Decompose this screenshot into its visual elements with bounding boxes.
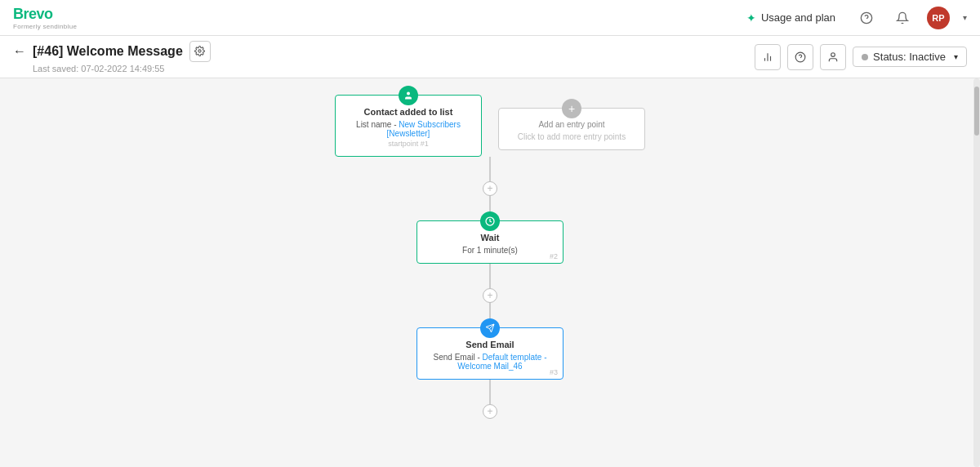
brand-section: Brevo Formerly sendinblue: [13, 6, 77, 30]
chevron-down-icon[interactable]: ▾: [963, 13, 967, 22]
add-entry-group: + Add an entry point Click to add more e…: [498, 95, 645, 150]
help-button[interactable]: [787, 44, 813, 70]
entry-node-icon: [399, 86, 418, 105]
status-chevron-icon: ▾: [954, 52, 958, 61]
connector-1: [489, 157, 491, 181]
status-dot: [862, 54, 868, 60]
bell-button[interactable]: [891, 7, 914, 29]
avatar[interactable]: RP: [927, 7, 950, 29]
add-step-button-2[interactable]: +: [483, 288, 497, 303]
sub-header-right: Status: Inactive ▾: [755, 44, 967, 70]
sub-header: ← [#46] Welcome Message Last saved: 07-0…: [0, 36, 980, 78]
add-entry-sub: Click to add more entry points: [509, 132, 635, 141]
send-email-icon: [480, 318, 500, 338]
email-icon: [485, 323, 495, 333]
back-button[interactable]: ←: [13, 44, 26, 59]
svg-point-8: [831, 52, 835, 56]
gear-icon: [194, 46, 205, 56]
scroll-thumb: [974, 87, 979, 136]
page-title: [#46] Welcome Message: [33, 44, 183, 59]
wait-node-detail: For 1 minute(s): [427, 246, 553, 255]
entry-nodes-row: Contact added to list List name - New Su…: [0, 95, 980, 157]
flow-container: Contact added to list List name - New Su…: [0, 78, 980, 467]
connector-3: [489, 264, 491, 288]
entry-node[interactable]: Contact added to list List name - New Su…: [335, 95, 482, 157]
question-icon: [795, 51, 806, 63]
entry-node-detail: List name - New Subscribers [Newsletter]: [345, 120, 471, 138]
wait-node-title: Wait: [427, 233, 553, 242]
entry-node-group: Contact added to list List name - New Su…: [335, 95, 482, 157]
nav-right: ✦ Usage and plan RP ▾: [740, 7, 967, 29]
send-email-title: Send Email: [427, 340, 553, 349]
clock-icon: [485, 216, 495, 226]
entry-node-title: Contact added to list: [345, 107, 471, 117]
help-circle-icon: [860, 11, 873, 24]
list-label: List name -: [356, 120, 399, 129]
svg-point-2: [198, 50, 201, 52]
canvas: Contact added to list List name - New Su…: [0, 78, 980, 467]
scrollbar[interactable]: [973, 78, 980, 467]
title-row: ← [#46] Welcome Message: [13, 41, 211, 62]
usage-icon: ✦: [746, 11, 756, 24]
connector-5: [489, 380, 491, 404]
svg-point-9: [407, 92, 410, 96]
usage-plan-label: Usage and plan: [761, 11, 835, 24]
add-step-button-1[interactable]: +: [483, 181, 497, 196]
brand-sub: Formerly sendinblue: [13, 23, 77, 30]
chart-icon: [762, 51, 773, 63]
brand-logo: Brevo Formerly sendinblue: [13, 6, 77, 30]
help-circle-button[interactable]: [855, 7, 878, 29]
status-label: Status: Inactive: [873, 51, 946, 63]
alert-button[interactable]: [820, 44, 846, 70]
plus-icon: +: [568, 103, 575, 114]
top-nav: Brevo Formerly sendinblue ✦ Usage and pl…: [0, 0, 980, 36]
send-email-node[interactable]: Send Email Send Email - Default template…: [416, 327, 564, 380]
usage-plan-button[interactable]: ✦ Usage and plan: [740, 8, 842, 28]
status-button[interactable]: Status: Inactive ▾: [853, 47, 967, 67]
send-email-label: Send Email -: [434, 353, 483, 362]
add-entry-node[interactable]: + Add an entry point Click to add more e…: [498, 108, 645, 150]
list-link[interactable]: New Subscribers [Newsletter]: [387, 120, 461, 138]
bell-icon: [896, 11, 909, 24]
last-saved: Last saved: 07-02-2022 14:49:55: [33, 64, 211, 73]
wait-node[interactable]: Wait For 1 minute(s) #2: [416, 220, 564, 264]
add-entry-icon: +: [562, 99, 581, 118]
wait-node-number: #2: [550, 252, 558, 260]
settings-button[interactable]: [189, 41, 211, 62]
sub-header-left: ← [#46] Welcome Message Last saved: 07-0…: [13, 41, 211, 73]
send-email-number: #3: [550, 368, 558, 376]
user-icon: [827, 51, 839, 63]
add-step-button-3[interactable]: +: [483, 404, 497, 419]
send-email-detail: Send Email - Default template - Welcome …: [427, 353, 553, 371]
add-entry-title: Add an entry point: [509, 120, 635, 129]
startpoint-label: startpoint #1: [345, 140, 471, 148]
brand-name: Brevo: [13, 6, 77, 23]
wait-node-icon: [480, 211, 500, 231]
person-icon: [403, 91, 413, 100]
stats-button[interactable]: [755, 44, 781, 70]
